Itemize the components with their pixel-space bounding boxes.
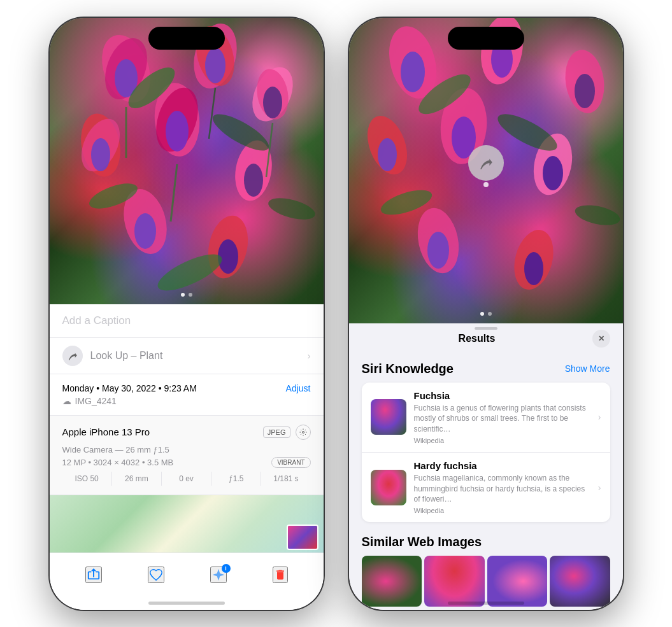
svg-point-14 [166,111,189,151]
lookup-row[interactable]: Look Up – Plant › [50,338,324,374]
similar-image-3[interactable] [487,556,548,607]
visual-lookup-button[interactable] [468,145,504,181]
exif-shutter: 1/181 s [261,472,310,486]
device-section: Apple iPhone 13 Pro JPEG Wide Camera — 2… [50,416,324,495]
photo-date: Monday • May 30, 2022 • 9:23 AM [62,383,197,393]
style-badge: VIBRANT [271,457,310,468]
svg-point-8 [263,87,282,118]
exif-ev: 0 ev [162,472,211,486]
knowledge-item-hardy[interactable]: Hardy fuchsia Fuchsia magellanica, commo… [362,452,610,522]
similar-images-section: Similar Web Images [349,527,623,609]
trash-icon [274,568,287,582]
favorite-button[interactable] [148,567,164,583]
page-indicators-right [480,312,492,316]
left-screen: Add a Caption Look Up – Plant › Monday •… [50,18,324,610]
siri-header: Siri Knowledge Show More [362,362,610,376]
exif-aperture: ƒ1.5 [211,472,261,486]
exif-focal: 26 mm [112,472,162,486]
share-icon [87,568,101,582]
fuchsia-info: Fuchsia Fuchsia is a genus of flowering … [414,390,590,444]
lookup-dot [483,182,489,187]
caption-placeholder[interactable]: Add a Caption [62,314,131,327]
fuchsia-name: Fuchsia [414,390,590,401]
siri-section-title: Siri Knowledge [362,362,454,376]
home-indicator [148,602,225,605]
fuchsia-thumb-img [371,399,406,435]
info-button[interactable]: i [210,567,227,583]
right-screen: Results ✕ Siri Knowledge Show More [349,18,623,610]
page-dot-r1 [480,312,484,316]
fuchsia-source: Wikipedia [414,437,590,444]
dynamic-island [148,27,225,50]
cloud-icon: ☁ [62,396,71,406]
info-badge: i [222,564,231,573]
dynamic-island-right [448,27,524,50]
svg-point-42 [543,156,563,190]
chevron-right-icon: › [308,351,311,361]
similar-images-grid [362,556,610,607]
gear-icon [299,428,307,436]
svg-point-11 [91,138,110,171]
fuchsia-desc: Fuchsia is a genus of flowering plants t… [414,403,590,435]
hardy-chevron: › [598,483,601,493]
left-phone: Add a Caption Look Up – Plant › Monday •… [50,18,324,610]
svg-point-5 [205,48,225,83]
results-panel: Results ✕ Siri Knowledge Show More [349,323,623,610]
svg-point-30 [302,431,304,433]
filename: IMG_4241 [75,396,117,406]
flower-photo [50,18,324,304]
svg-point-48 [493,107,562,157]
meta-section: Monday • May 30, 2022 • 9:23 AM Adjust ☁… [50,374,324,416]
svg-point-20 [218,239,238,274]
plant-icon [67,350,78,362]
device-name: Apple iPhone 13 Pro [62,426,150,437]
results-header: Results ✕ [349,323,623,354]
similar-image-4[interactable] [550,556,610,607]
hardy-thumb-img [371,470,406,505]
page-dot-1 [181,293,185,297]
hardy-source: Wikipedia [414,507,590,514]
home-indicator-right [448,602,524,605]
share-button[interactable] [85,567,102,583]
exif-iso: ISO 50 [62,472,112,486]
delete-button[interactable] [273,567,288,583]
map-preview[interactable] [50,495,324,553]
page-dot-r2 [488,312,492,316]
leaf-icon [478,155,494,171]
photo-area-right [349,18,623,323]
flower-svg [50,18,324,304]
show-more-button[interactable]: Show More [565,363,610,374]
hardy-desc: Fuchsia magellanica, commonly known as t… [414,473,590,505]
exif-row: ISO 50 26 mm 0 ev ƒ1.5 1/181 s [62,472,311,486]
photo-specs: 12 MP • 3024 × 4032 • 3.5 MB [62,458,174,467]
svg-point-36 [575,74,595,108]
svg-line-28 [209,88,215,139]
similar-image-2[interactable] [424,556,485,607]
svg-line-27 [171,164,177,222]
hardy-thumbnail [371,470,406,505]
svg-point-38 [378,138,397,171]
map-photo-thumb [287,525,318,550]
settings-icon[interactable] [296,425,311,440]
hardy-name: Hardy fuchsia [414,460,590,471]
svg-point-50 [573,201,621,228]
fuchsia-chevron: › [598,412,601,422]
format-badge: JPEG [263,426,290,438]
lookup-text: Look Up – Plant [90,350,163,362]
fuchsia-thumbnail [371,399,406,435]
caption-area[interactable]: Add a Caption [50,304,324,338]
similar-image-1[interactable] [362,556,422,607]
heart-icon [149,568,163,582]
svg-point-32 [401,52,425,92]
svg-point-24 [266,194,317,223]
adjust-button[interactable]: Adjust [286,383,311,393]
knowledge-item-fuchsia[interactable]: Fuchsia Fuchsia is a genus of flowering … [362,383,610,452]
close-button[interactable]: ✕ [592,330,610,348]
photo-area[interactable] [50,18,324,304]
hardy-info: Hardy fuchsia Fuchsia magellanica, commo… [414,460,590,514]
results-title: Results [362,333,592,344]
right-phone: Results ✕ Siri Knowledge Show More [349,18,623,610]
lookup-icon [62,346,83,366]
page-indicators [181,293,192,297]
siri-knowledge-section: Siri Knowledge Show More Fuchsia Fuchsia… [349,354,623,528]
